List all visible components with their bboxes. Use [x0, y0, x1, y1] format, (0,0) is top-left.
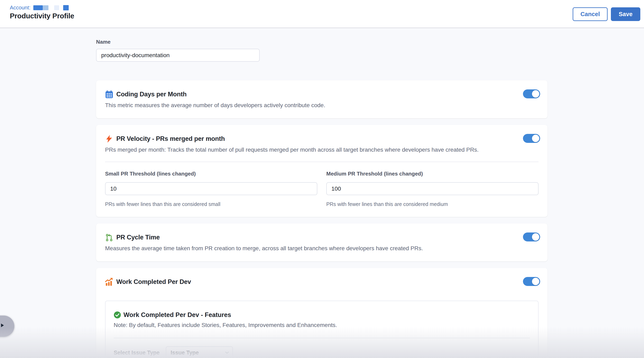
calendar-icon	[105, 90, 113, 98]
expand-right-icon	[1, 324, 4, 327]
card-description: This metric measures the average number …	[105, 102, 538, 109]
main-content: Name Coding Days per Month	[0, 28, 644, 358]
card-pr-velocity: PR Velocity - PRs merged per month PRs m…	[96, 125, 548, 217]
issue-type-select-value: Issue Type	[171, 350, 199, 356]
pr-velocity-toggle[interactable]	[523, 134, 540, 143]
work-completed-features-section: Work Completed Per Dev - Features Note: …	[105, 301, 538, 358]
account-name-redacted	[54, 5, 59, 10]
chevron-down-icon	[225, 352, 229, 354]
toggle-knob	[532, 135, 539, 142]
card-coding-days: Coding Days per Month This metric measur…	[96, 80, 548, 118]
page-title: Productivity Profile	[10, 12, 74, 20]
medium-pr-threshold-helper: PRs with fewer lines than this are consi…	[326, 201, 538, 207]
breadcrumb: Account:	[10, 4, 69, 11]
card-work-completed: Work Completed Per Dev Work Completed Pe…	[96, 268, 548, 358]
work-completed-toggle[interactable]	[523, 277, 540, 286]
divider	[114, 338, 530, 338]
small-pr-threshold-label: Small PR Threshold (lines changed)	[105, 171, 317, 177]
card-title: PR Velocity - PRs merged per month	[116, 135, 225, 143]
account-link[interactable]: Account:	[10, 4, 30, 11]
name-input[interactable]	[96, 49, 260, 62]
header-actions: Cancel Save	[573, 7, 640, 21]
select-issue-type-label: Select Issue Type	[114, 350, 160, 356]
cancel-button[interactable]: Cancel	[573, 7, 608, 21]
coding-days-toggle[interactable]	[523, 89, 540, 98]
lightning-icon	[105, 135, 113, 143]
small-pr-threshold-group: Small PR Threshold (lines changed) PRs w…	[105, 171, 317, 207]
card-title: Work Completed Per Dev	[116, 278, 191, 286]
name-label: Name	[96, 39, 644, 45]
bar-chart-increasing-icon	[105, 278, 113, 286]
medium-pr-threshold-group: Medium PR Threshold (lines changed) PRs …	[326, 171, 538, 207]
issue-type-select[interactable]: Issue Type	[166, 346, 233, 358]
account-name-redacted	[63, 5, 69, 10]
toggle-knob	[532, 90, 539, 98]
subsection-title: Work Completed Per Dev - Features	[124, 311, 231, 319]
toggle-knob	[532, 278, 539, 285]
card-title: Coding Days per Month	[116, 91, 187, 98]
toggle-knob	[532, 233, 539, 241]
card-title: PR Cycle Time	[116, 234, 160, 241]
divider	[105, 162, 538, 162]
pr-cycle-time-toggle[interactable]	[523, 232, 540, 241]
medium-pr-threshold-label: Medium PR Threshold (lines changed)	[326, 171, 538, 177]
small-pr-threshold-helper: PRs with fewer lines than this are consi…	[105, 201, 317, 207]
check-circle-icon	[114, 311, 121, 319]
card-pr-cycle-time: PR Cycle Time Measures the average time …	[96, 223, 548, 261]
account-name-redacted	[33, 5, 43, 10]
card-description: PRs merged per month: Tracks the total n…	[105, 147, 538, 153]
small-pr-threshold-input[interactable]	[105, 182, 317, 195]
card-description: Measures the average time taken from PR …	[105, 245, 538, 252]
save-button[interactable]: Save	[611, 7, 640, 21]
page-header: Account: Productivity Profile Cancel Sav…	[0, 0, 644, 28]
medium-pr-threshold-input[interactable]	[326, 182, 538, 195]
metric-cards: Coding Days per Month This metric measur…	[96, 80, 644, 358]
name-field-group: Name	[96, 39, 644, 62]
account-name-redacted	[43, 5, 48, 10]
subsection-note: Note: By default, Features include Stori…	[114, 322, 530, 328]
git-compare-icon	[105, 233, 113, 241]
